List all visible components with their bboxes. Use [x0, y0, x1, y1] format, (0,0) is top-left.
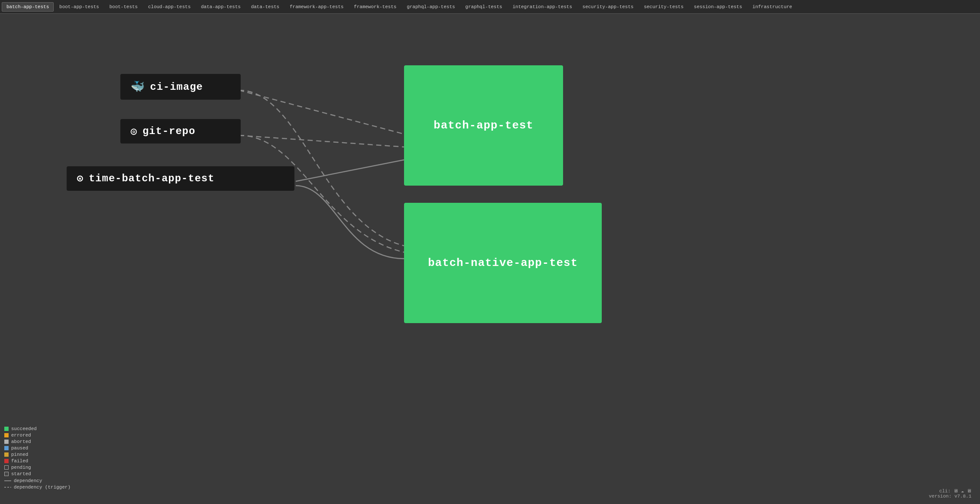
ci-image-label: ci-image — [150, 81, 203, 93]
tab-batch-app-tests[interactable]: batch-app-tests — [2, 2, 54, 12]
version-line: version: v7.8.1 — [929, 494, 971, 499]
legend-dependency-trigger: dependency (trigger) — [4, 485, 70, 490]
github-icon: ◎ — [131, 125, 137, 137]
legend-errored: errored — [4, 433, 70, 438]
batch-native-app-test-node[interactable]: batch-native-app-test — [404, 203, 602, 323]
version-label: version: — [929, 494, 952, 499]
legend-pending: pending — [4, 465, 70, 470]
svg-line-0 — [239, 90, 404, 134]
version-info: cli: 🖥 ☁ 🖥 version: v7.8.1 — [929, 488, 971, 499]
batch-app-test-node[interactable]: batch-app-test — [404, 65, 563, 186]
tab-infrastructure[interactable]: infrastructure — [748, 2, 797, 12]
legend-started: started — [4, 471, 70, 477]
tab-graphql-tests[interactable]: graphql-tests — [461, 2, 507, 12]
legend-dependency: dependency — [4, 478, 70, 483]
tab-graphql-app-tests[interactable]: graphql-app-tests — [402, 2, 459, 12]
legend: succeeded errored aborted paused pinned … — [4, 426, 70, 491]
tab-data-app-tests[interactable]: data-app-tests — [196, 2, 245, 12]
tab-security-app-tests[interactable]: security-app-tests — [578, 2, 638, 12]
git-repo-node[interactable]: ◎ git-repo — [120, 119, 241, 144]
time-trigger-node[interactable]: ⊙ time-batch-app-test — [67, 166, 294, 191]
cli-info: cli: 🖥 ☁ 🖥 — [929, 488, 971, 494]
git-repo-label: git-repo — [142, 125, 195, 137]
tab-integration-app-tests[interactable]: integration-app-tests — [508, 2, 577, 12]
clock-icon: ⊙ — [77, 172, 83, 185]
batch-native-app-test-label: batch-native-app-test — [428, 257, 578, 269]
cli-label: cli: — [939, 489, 950, 494]
tab-boot-app-tests[interactable]: boot-app-tests — [55, 2, 104, 12]
docker-icon: 🐳 — [131, 80, 145, 94]
legend-paused: paused — [4, 446, 70, 451]
legend-succeeded: succeeded — [4, 426, 70, 431]
ci-image-node[interactable]: 🐳 ci-image — [120, 74, 241, 100]
tab-data-tests[interactable]: data-tests — [246, 2, 284, 12]
tab-framework-app-tests[interactable]: framework-app-tests — [285, 2, 348, 12]
tab-boot-tests[interactable]: boot-tests — [104, 2, 142, 12]
legend-aborted: aborted — [4, 439, 70, 444]
tab-bar: batch-app-testsboot-app-testsboot-testsc… — [0, 0, 980, 14]
tab-framework-tests[interactable]: framework-tests — [349, 2, 401, 12]
legend-pinned: pinned — [4, 452, 70, 457]
legend-failed: failed — [4, 458, 70, 464]
time-trigger-label: time-batch-app-test — [89, 173, 214, 184]
svg-line-1 — [239, 135, 404, 147]
tab-cloud-app-tests[interactable]: cloud-app-tests — [143, 2, 195, 12]
svg-line-2 — [296, 160, 404, 181]
version-value: v7.8.1 — [954, 494, 971, 499]
tab-security-tests[interactable]: security-tests — [639, 2, 688, 12]
batch-app-test-label: batch-app-test — [434, 119, 533, 132]
cli-icons: 🖥 ☁ 🖥 — [953, 489, 971, 494]
main-canvas: 🐳 ci-image ◎ git-repo ⊙ time-batch-app-t… — [0, 14, 980, 504]
tab-session-app-tests[interactable]: session-app-tests — [689, 2, 747, 12]
